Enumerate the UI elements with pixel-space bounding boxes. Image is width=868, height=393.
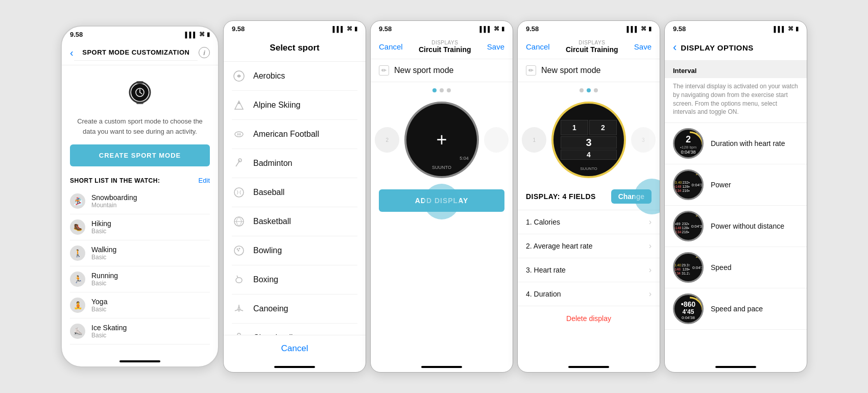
phone-select-sport: 9.58 ▌▌▌ ⌘ ▮ Select sport Aerobics Alpin… bbox=[223, 20, 366, 373]
edit-link[interactable]: Edit bbox=[199, 177, 210, 184]
watch-main-4: 1 2 3 4 SUUNTO bbox=[551, 102, 625, 178]
option-item-power-no-dist[interactable]: 2/6 •89 232• •148 128• •134 216• 0:04'38… bbox=[665, 206, 807, 247]
back-button-1[interactable]: ‹ bbox=[70, 47, 74, 59]
sport-sub-walking: Basic bbox=[91, 254, 116, 261]
screen1-title: SPORT MODE CUSTOMIZATION bbox=[74, 44, 198, 61]
sport-name-boxing: Boxing bbox=[253, 275, 278, 284]
time-1: 9.58 bbox=[70, 31, 83, 38]
back-button-5[interactable]: ‹ bbox=[673, 41, 677, 54]
home-indicator-1 bbox=[62, 356, 218, 366]
info-button-1[interactable]: i bbox=[199, 47, 210, 58]
home-indicator-3 bbox=[371, 362, 513, 372]
sport-item-alpine[interactable]: Alpine Skiing bbox=[232, 91, 357, 120]
wifi-icon-5: ⌘ bbox=[788, 26, 793, 32]
option-label-duration-hr: Duration with heart rate bbox=[711, 139, 785, 148]
cancel-button-3[interactable]: Cancel bbox=[379, 42, 403, 51]
field-row-duration[interactable]: 4. Duration › bbox=[518, 282, 660, 306]
svg-point-19 bbox=[239, 248, 240, 250]
option-item-power[interactable]: 2/6 •3.40 232• •148 128• •134 216• 0:04'… bbox=[665, 164, 807, 206]
option-item-speed[interactable]: 2/6 •3.40 29.3↑ •148 128• •134 31.2↓ 0:0… bbox=[665, 247, 807, 288]
displays-body-3: ✏ New sport mode 2 + SUUNTO 5:04 bbox=[371, 59, 513, 362]
home-bar-5 bbox=[715, 366, 756, 368]
screens-container: 9.58 ▌▌▌ ⌘ ▮ ‹ SPORT MODE CUSTOMIZATION … bbox=[51, 0, 817, 393]
wifi-icon: ⌘ bbox=[199, 31, 205, 38]
field-row-hr[interactable]: 3. Heart rate › bbox=[518, 258, 660, 282]
create-sport-mode-button[interactable]: CREATE SPORT MODE bbox=[70, 144, 210, 166]
sport-icon-iceskating: ⛸️ bbox=[70, 324, 85, 339]
sport-select-list[interactable]: Aerobics Alpine Skiing American Football… bbox=[224, 62, 366, 335]
save-button-3[interactable]: Save bbox=[487, 42, 504, 51]
watch-side-right-3 bbox=[484, 127, 509, 153]
dots-row-4 bbox=[518, 82, 660, 96]
wifi-icon-3: ⌘ bbox=[494, 26, 499, 32]
status-icons-5: ▌▌▌ ⌘ ▮ bbox=[774, 26, 799, 32]
option-item-duration-hr[interactable]: 2/6 2 •128 bpm 0:04'38 Duration with hea… bbox=[665, 123, 807, 164]
list-item: 🥾 Hiking Basic bbox=[70, 214, 210, 240]
sport-item-boxing[interactable]: Boxing bbox=[232, 265, 357, 294]
sport-item-american-football[interactable]: American Football bbox=[232, 120, 357, 149]
battery-icon-5: ▮ bbox=[795, 26, 799, 32]
cancel-button-4[interactable]: Cancel bbox=[526, 42, 550, 51]
american-football-icon bbox=[232, 127, 246, 141]
sport-item-canoeing[interactable]: Canoeing bbox=[232, 294, 357, 324]
sport-icon-hiking: 🥾 bbox=[70, 219, 85, 235]
status-bar-5: 9.58 ▌▌▌ ⌘ ▮ bbox=[665, 21, 807, 35]
screen1-body: Create a custom sport mode to choose the… bbox=[62, 65, 218, 356]
home-bar-1 bbox=[119, 360, 160, 362]
delete-display-button-4[interactable]: Delete display bbox=[518, 306, 660, 331]
sport-item-badminton[interactable]: Badminton bbox=[232, 149, 357, 178]
sport-item-cheerleading[interactable]: Cheerleading bbox=[232, 324, 357, 335]
cancel-bar: Cancel bbox=[224, 335, 366, 362]
new-sport-label-4: New sport mode bbox=[541, 66, 601, 75]
home-indicator-4 bbox=[518, 362, 660, 372]
display-options-header: ‹ DISPLAY OPTIONS bbox=[665, 35, 807, 61]
dot-3-4 bbox=[594, 88, 598, 92]
field-row-calories[interactable]: 1. Calories › bbox=[518, 210, 660, 234]
status-icons-2: ▌▌▌ ⌘ ▮ bbox=[333, 26, 357, 32]
sport-name-american-football: American Football bbox=[253, 130, 319, 139]
field-chevron-hr: › bbox=[649, 265, 652, 275]
displays-header-4: Cancel DISPLAYS Circuit Training Save bbox=[518, 35, 660, 59]
status-bar-3: 9.58 ▌▌▌ ⌘ ▮ bbox=[371, 21, 513, 35]
svg-rect-21 bbox=[236, 278, 242, 283]
list-item: ⛸️ Ice Skating Basic bbox=[70, 318, 210, 345]
plus-icon-3: + bbox=[436, 129, 447, 151]
list-item: 🧘 Yoga Basic bbox=[70, 292, 210, 318]
display-info-header-4: DISPLAY: 4 FIELDS Change bbox=[518, 183, 660, 210]
canoeing-icon bbox=[232, 302, 246, 316]
baseball-icon bbox=[232, 185, 246, 200]
displays-label-3: DISPLAYS bbox=[419, 40, 471, 45]
screen1-header: ‹ SPORT MODE CUSTOMIZATION i bbox=[62, 40, 218, 65]
field-row-avg-hr[interactable]: 2. Average heart rate › bbox=[518, 234, 660, 258]
status-bar-4: 9.58 ▌▌▌ ⌘ ▮ bbox=[518, 21, 660, 35]
sport-item-baseball[interactable]: Baseball bbox=[232, 178, 357, 207]
status-icons-1: ▌▌▌ ⌘ ▮ bbox=[185, 31, 210, 38]
dot-1-4 bbox=[580, 88, 584, 92]
time-5: 9.58 bbox=[673, 25, 686, 33]
dots-row-3 bbox=[371, 82, 513, 96]
dot-1-3 bbox=[432, 88, 437, 92]
sport-sub-running: Basic bbox=[91, 280, 118, 287]
sport-item-basketball[interactable]: Basketball bbox=[232, 207, 357, 236]
dot-2-3 bbox=[440, 88, 444, 92]
sport-item-aerobics[interactable]: Aerobics bbox=[232, 62, 357, 91]
watch-thumb-duration-hr: 2/6 2 •128 bpm 0:04'38 bbox=[673, 128, 704, 159]
cancel-button-2[interactable]: Cancel bbox=[281, 343, 308, 353]
sport-name-badminton: Badminton bbox=[253, 159, 293, 168]
option-label-power-no-dist: Power without distance bbox=[711, 222, 784, 230]
svg-point-8 bbox=[238, 102, 240, 104]
signal-icon-5: ▌▌▌ bbox=[774, 26, 786, 32]
option-item-speed-pace[interactable]: 2/6 •860 4'45 0:04'38 Speed and pace bbox=[665, 288, 807, 330]
save-button-4[interactable]: Save bbox=[634, 42, 652, 51]
shortlist-header: SHORT LIST IN THE WATCH: Edit bbox=[70, 177, 210, 184]
watch-display-area-4: 1 1 2 3 4 SUUNTO bbox=[518, 96, 660, 183]
svg-point-14 bbox=[234, 188, 244, 197]
dot-2-4 bbox=[587, 88, 591, 92]
signal-icon-4: ▌▌▌ bbox=[627, 26, 639, 32]
status-bar-2: 9.58 ▌▌▌ ⌘ ▮ bbox=[224, 21, 366, 35]
bowling-icon bbox=[232, 243, 246, 258]
sport-item-bowling[interactable]: Bowling bbox=[232, 236, 357, 265]
sport-name-snowboarding: Snowboarding bbox=[91, 193, 137, 202]
phone-displays-add: 9.58 ▌▌▌ ⌘ ▮ Cancel DISPLAYS Circuit Tra… bbox=[370, 20, 513, 373]
field-name-calories: 1. Calories bbox=[526, 218, 560, 226]
